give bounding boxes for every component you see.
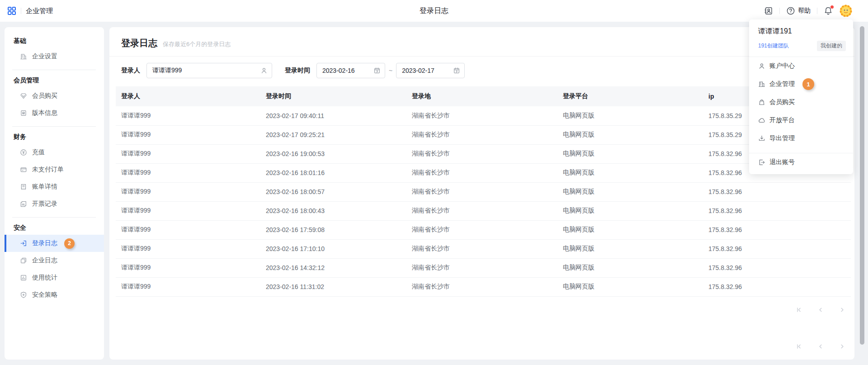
usage-stats-icon	[20, 274, 27, 281]
table-cell: 湖南省长沙市	[406, 182, 557, 201]
sidebar-item-unpaid-order[interactable]: 未支付订单	[5, 161, 104, 178]
table-cell: 谭谭谭999	[116, 201, 260, 220]
date-from-input[interactable]	[316, 63, 385, 78]
table-row: 谭谭谭9992023-02-16 14:32:12湖南省长沙市电脑网页版175.…	[116, 258, 851, 277]
sidebar-item-label: 开票记录	[32, 200, 57, 208]
sidebar-item-enterprise-log[interactable]: 企业日志	[5, 252, 104, 269]
date-to-input[interactable]	[396, 63, 465, 78]
table-cell: 电脑网页版	[557, 220, 703, 239]
previous-page-button[interactable]	[817, 343, 824, 350]
table-cell: 175.8.32.96	[703, 258, 851, 277]
sidebar-group-title: 安全	[14, 224, 96, 232]
user-menu-item-download[interactable]: 导出管理	[749, 129, 853, 147]
sidebar-item-invoice-record[interactable]: 开票记录	[5, 195, 104, 213]
table-cell: 电脑网页版	[557, 125, 703, 144]
invoice-record-icon	[20, 200, 27, 208]
sidebar: 基础企业设置会员管理会员购买版本信息财务充值未支付订单账单详情开票记录安全登录日…	[5, 27, 104, 360]
sidebar-divider	[12, 126, 96, 127]
logout-icon	[758, 159, 765, 166]
help-button[interactable]: 帮助	[786, 6, 811, 15]
column-header: 登录时间	[260, 86, 406, 106]
table-cell: 谭谭谭999	[116, 144, 260, 163]
first-page-button[interactable]	[796, 343, 802, 350]
unread-count-badge: 2	[64, 238, 75, 249]
sidebar-item-bill-detail[interactable]: 账单详情	[5, 178, 104, 195]
table-cell: 谭谭谭999	[116, 239, 260, 258]
building-icon	[758, 81, 765, 88]
table-row: 谭谭谭9992023-02-17 09:25:21湖南省长沙市电脑网页版175.…	[116, 125, 851, 144]
table-cell: 175.8.32.96	[703, 182, 851, 201]
next-page-button[interactable]	[839, 343, 845, 350]
table-cell: 2023-02-16 17:59:08	[260, 220, 406, 239]
sidebar-item-building[interactable]: 企业设置	[5, 48, 104, 65]
table-cell: 175.8.32.96	[703, 277, 851, 296]
column-header: 登录地	[406, 86, 557, 106]
download-icon	[758, 135, 765, 142]
sidebar-divider	[12, 217, 96, 218]
sidebar-item-version-info[interactable]: 版本信息	[5, 104, 104, 122]
contacts-icon[interactable]	[764, 6, 773, 15]
topbar: 企业管理 登录日志 帮助	[0, 0, 868, 22]
table-row: 谭谭谭9992023-02-16 18:00:43湖南省长沙市电脑网页版175.…	[116, 201, 851, 220]
table-cell: 谭谭谭999	[116, 220, 260, 239]
user-menu-item-building[interactable]: 企业管理1	[749, 75, 853, 93]
table-cell: 电脑网页版	[557, 277, 703, 296]
user-avatar[interactable]	[839, 4, 853, 18]
user-menu-item-label: 账户中心	[769, 62, 795, 70]
table-cell: 湖南省长沙市	[406, 106, 557, 125]
sidebar-item-usage-stats[interactable]: 使用统计	[5, 269, 104, 286]
table-cell: 谭谭谭999	[116, 258, 260, 277]
previous-page-button[interactable]	[817, 307, 824, 313]
user-menu-item-logout[interactable]: 退出账号	[749, 153, 853, 171]
head-divider	[109, 56, 854, 57]
table-row: 谭谭谭9992023-02-16 17:59:08湖南省长沙市电脑网页版175.…	[116, 220, 851, 239]
first-page-button[interactable]	[796, 307, 802, 313]
user-name: 谭谭谭191	[749, 27, 853, 36]
sidebar-item-diamond[interactable]: 会员购买	[5, 87, 104, 104]
sidebar-item-login-log[interactable]: 登录日志2	[5, 235, 104, 252]
table-cell: 2023-02-16 11:31:02	[260, 277, 406, 296]
next-page-button[interactable]	[839, 307, 845, 313]
sidebar-item-recharge-yuan[interactable]: 充值	[5, 144, 104, 161]
login-time-label: 登录时间	[285, 66, 310, 75]
notification-count-badge: 1	[802, 78, 814, 90]
user-menu-item-bag[interactable]: 会员购买	[749, 93, 853, 111]
topbar-right: 帮助	[764, 4, 853, 18]
column-header: 登录人	[116, 86, 260, 106]
main-card: 登录日志 保存最近6个月的登录日志 登录人 登录时间 ~	[109, 27, 854, 360]
table-row: 谭谭谭9992023-02-16 18:00:57湖南省长沙市电脑网页版175.…	[116, 182, 851, 201]
vertical-scrollbar[interactable]	[860, 26, 864, 345]
table-cell: 175.8.32.96	[703, 220, 851, 239]
user-dropdown-menu: 谭谭谭191 191创建团队 我创建的 账户中心企业管理1会员购买开放平台导出管…	[749, 19, 853, 174]
sidebar-item-label: 版本信息	[32, 109, 57, 117]
notifications-button[interactable]	[824, 6, 833, 15]
help-icon	[786, 6, 795, 15]
user-menu-item-label: 导出管理	[769, 134, 795, 142]
version-info-icon	[20, 109, 27, 117]
notification-dot	[830, 5, 834, 9]
sidebar-item-label: 安全策略	[32, 291, 57, 299]
table-cell: 湖南省长沙市	[406, 220, 557, 239]
table-cell: 湖南省长沙市	[406, 277, 557, 296]
sidebar-item-label: 使用统计	[32, 274, 57, 282]
table-cell: 2023-02-16 14:32:12	[260, 258, 406, 277]
security-policy-icon	[20, 291, 27, 299]
login-log-table-wrap: 登录人登录时间登录地登录平台ip 谭谭谭9992023-02-17 09:40:…	[116, 86, 851, 297]
team-link[interactable]: 191创建团队	[758, 42, 789, 50]
user-menu-item-label: 企业管理	[769, 80, 795, 88]
login-person-input[interactable]	[146, 63, 272, 78]
sidebar-item-label: 会员购买	[32, 92, 57, 100]
sidebar-item-security-policy[interactable]: 安全策略	[5, 286, 104, 303]
app-title: 企业管理	[26, 7, 53, 15]
table-cell: 2023-02-16 18:00:57	[260, 182, 406, 201]
user-menu-item-user[interactable]: 账户中心	[749, 57, 853, 75]
table-cell: 2023-02-17 09:25:21	[260, 125, 406, 144]
user-menu-item-cloud[interactable]: 开放平台	[749, 111, 853, 129]
enterprise-log-icon	[20, 257, 27, 264]
user-menu-item-label: 退出账号	[769, 158, 795, 166]
apps-grid-icon[interactable]	[7, 6, 16, 15]
table-cell: 2023-02-16 18:01:16	[260, 163, 406, 182]
team-owner-badge: 我创建的	[817, 41, 846, 51]
sidebar-group-title: 基础	[14, 37, 96, 45]
table-row: 谭谭谭9992023-02-17 09:40:11湖南省长沙市电脑网页版175.…	[116, 106, 851, 125]
